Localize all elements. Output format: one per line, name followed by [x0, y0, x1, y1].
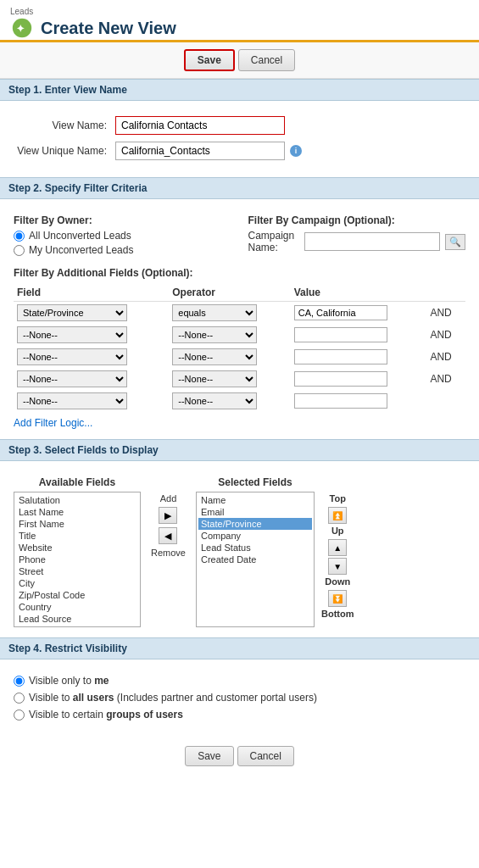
bottom-toolbar: Save Cancel — [0, 737, 479, 775]
filter-campaign-col: Filter By Campaign (Optional): Campaign … — [248, 214, 466, 259]
cancel-button-top[interactable]: Cancel — [238, 49, 295, 71]
campaign-search-button[interactable]: 🔍 — [445, 234, 465, 250]
top-label: Top — [330, 493, 346, 504]
list-item[interactable]: Phone — [16, 554, 138, 565]
step3-header: Step 3. Select Fields to Display — [0, 439, 479, 461]
field-select-4[interactable]: --None-- — [17, 370, 127, 387]
list-item[interactable]: Street — [16, 565, 138, 577]
list-item[interactable]: City — [16, 577, 138, 589]
list-item[interactable]: Country — [16, 601, 138, 613]
operator-select-5[interactable]: --None-- — [172, 392, 257, 409]
and-label-3: AND — [426, 351, 451, 363]
visibility-row-1: Visible only to me — [14, 675, 465, 687]
selected-fields-header: Selected Fields — [196, 476, 315, 488]
up-label: Up — [331, 526, 344, 536]
list-item[interactable]: Email — [198, 506, 312, 518]
filter-owner-col: Filter By Owner: All Unconverted Leads M… — [14, 214, 231, 259]
value-input-2[interactable] — [294, 327, 387, 342]
view-name-input[interactable] — [115, 116, 285, 135]
available-fields-header: Available Fields — [14, 476, 141, 488]
cancel-button-bottom[interactable]: Cancel — [237, 746, 294, 766]
operator-select-2[interactable]: --None-- — [172, 326, 257, 343]
step3-content: Available Fields Salutation Last Name Fi… — [0, 470, 479, 637]
step2-section: Step 2. Specify Filter Criteria Filter B… — [0, 177, 479, 439]
step2-header: Step 2. Specify Filter Criteria — [0, 177, 479, 199]
list-item[interactable]: Industry — [16, 625, 138, 627]
and-label-4: AND — [426, 373, 451, 385]
save-button-bottom[interactable]: Save — [185, 746, 233, 766]
selected-fields-list[interactable]: Name Email State/Province Company Lead S… — [196, 492, 315, 627]
top-button[interactable]: ⏫ — [328, 507, 347, 524]
visibility-row-3: Visible to certain groups of users — [14, 709, 465, 721]
list-item[interactable]: State/Province — [198, 518, 312, 530]
visibility-row-2: Visible to all users (Includes partner a… — [14, 692, 465, 704]
visibility-radio-3[interactable] — [14, 709, 25, 721]
list-item[interactable]: Company — [198, 530, 312, 542]
step4-header: Step 4. Restrict Visibility — [0, 637, 479, 659]
radio-my-unconverted-input[interactable] — [14, 245, 25, 256]
remove-field-button[interactable]: ◀ — [159, 527, 177, 544]
value-input-5[interactable] — [294, 393, 387, 409]
svg-text:✦: ✦ — [16, 23, 25, 35]
radio-my-unconverted-label: My Unconverted Leads — [29, 244, 133, 256]
owner-radio-group: All Unconverted Leads My Unconverted Lea… — [14, 230, 231, 256]
additional-fields-table: Field Operator Value State/Province equa… — [14, 284, 465, 412]
operator-col-header: Operator — [169, 284, 290, 302]
filter-row-5: --None-- --None-- — [14, 390, 465, 412]
available-fields-col: Available Fields Salutation Last Name Fi… — [14, 476, 141, 627]
additional-fields-header: Filter By Additional Fields (Optional): — [14, 267, 465, 279]
operator-select-4[interactable]: --None-- — [172, 370, 257, 387]
view-unique-name-input[interactable] — [115, 142, 285, 160]
list-item[interactable]: Name — [198, 494, 312, 506]
up-button[interactable]: ▲ — [328, 539, 347, 556]
campaign-name-input[interactable] — [304, 232, 440, 251]
module-label: Leads — [10, 7, 469, 16]
visibility-radio-2[interactable] — [14, 693, 25, 704]
list-item[interactable]: First Name — [16, 518, 138, 530]
radio-all-unconverted-input[interactable] — [14, 231, 25, 242]
page-title-text: Create New View — [41, 19, 176, 38]
step1-header: Step 1. Enter View Name — [0, 79, 479, 101]
value-input-4[interactable] — [294, 371, 387, 387]
operator-select-1[interactable]: equals — [172, 304, 257, 321]
radio-my-unconverted: My Unconverted Leads — [14, 244, 231, 256]
and-label-2: AND — [426, 329, 451, 341]
app-logo-icon: ✦ — [10, 16, 34, 40]
add-filter-logic-link[interactable]: Add Filter Logic... — [14, 417, 92, 429]
add-remove-col: Add ▶ ◀ Remove — [148, 476, 189, 558]
filter-row-4: --None-- --None-- AND — [14, 368, 465, 390]
save-button-top[interactable]: Save — [184, 49, 235, 71]
bottom-button[interactable]: ⏬ — [328, 590, 347, 607]
info-icon[interactable]: i — [290, 145, 302, 157]
field-select-1[interactable]: State/Province — [17, 304, 127, 321]
field-select-3[interactable]: --None-- — [17, 348, 127, 365]
value-input-1[interactable] — [294, 305, 387, 320]
filter-row-2: --None-- --None-- AND — [14, 324, 465, 346]
step3-section: Step 3. Select Fields to Display Availab… — [0, 439, 479, 637]
list-item[interactable]: Created Date — [198, 554, 312, 565]
list-item[interactable]: Title — [16, 530, 138, 542]
available-fields-list[interactable]: Salutation Last Name First Name Title We… — [14, 492, 141, 627]
radio-all-unconverted: All Unconverted Leads — [14, 230, 231, 242]
list-item[interactable]: Lead Status — [198, 542, 312, 554]
add-field-button[interactable]: ▶ — [159, 507, 177, 524]
value-col-header: Value — [291, 284, 424, 302]
field-select-5[interactable]: --None-- — [17, 392, 127, 409]
field-select-2[interactable]: --None-- — [17, 326, 127, 343]
filter-owner-campaign-row: Filter By Owner: All Unconverted Leads M… — [14, 214, 465, 259]
list-item[interactable]: Salutation — [16, 494, 138, 506]
list-item[interactable]: Website — [16, 542, 138, 554]
visibility-label-1: Visible only to me — [29, 675, 109, 687]
campaign-row: Campaign Name: 🔍 — [248, 230, 466, 253]
list-item[interactable]: Last Name — [16, 506, 138, 518]
visibility-label-3: Visible to certain groups of users — [29, 709, 183, 721]
visibility-label-2: Visible to all users (Includes partner a… — [29, 692, 317, 704]
down-button[interactable]: ▼ — [328, 558, 347, 575]
list-item[interactable]: Zip/Postal Code — [16, 589, 138, 601]
visibility-radio-1[interactable] — [14, 676, 25, 687]
operator-select-3[interactable]: --None-- — [172, 348, 257, 365]
fields-columns: Available Fields Salutation Last Name Fi… — [14, 476, 465, 627]
value-input-3[interactable] — [294, 349, 387, 364]
step4-content: Visible only to me Visible to all users … — [0, 668, 479, 737]
list-item[interactable]: Lead Source — [16, 613, 138, 625]
